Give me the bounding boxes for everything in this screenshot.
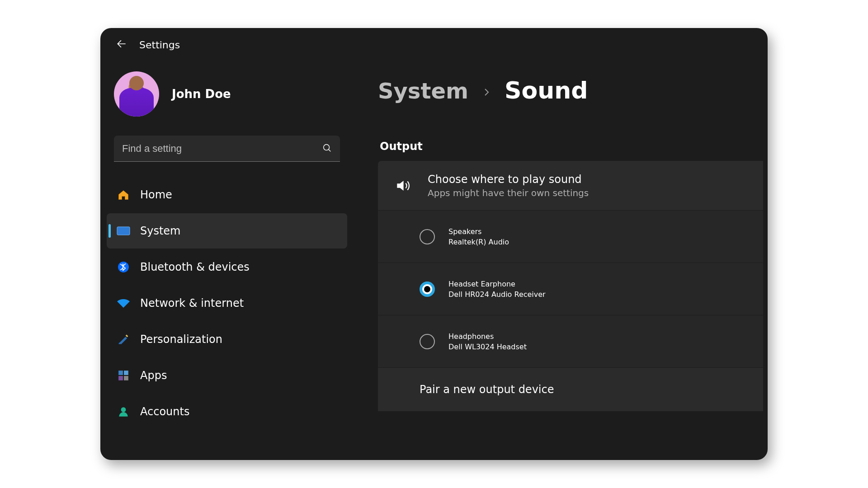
sidebar-item-label: Network & internet bbox=[140, 297, 244, 310]
device-detail: Dell HR024 Audio Receiver bbox=[448, 290, 546, 299]
device-name: Speakers bbox=[448, 227, 509, 236]
choose-output-title: Choose where to play sound bbox=[428, 173, 589, 186]
svg-point-9 bbox=[121, 407, 126, 412]
choose-output-card[interactable]: Choose where to play sound Apps might ha… bbox=[378, 161, 763, 211]
apps-icon bbox=[117, 369, 130, 382]
radio-button[interactable] bbox=[420, 334, 435, 349]
sidebar-item-personalize[interactable]: Personalization bbox=[107, 322, 347, 357]
output-heading: Output bbox=[380, 140, 763, 153]
choose-output-subtitle: Apps might have their own settings bbox=[428, 188, 589, 198]
sidebar-item-apps[interactable]: Apps bbox=[107, 358, 347, 393]
sidebar-nav: HomeSystemBluetooth & devicesNetwork & i… bbox=[100, 177, 354, 429]
chevron-right-icon bbox=[481, 83, 492, 101]
device-detail: Realtek(R) Audio bbox=[448, 238, 509, 246]
radio-button[interactable] bbox=[420, 282, 435, 297]
system-icon bbox=[117, 224, 130, 238]
svg-point-0 bbox=[324, 144, 330, 150]
bluetooth-icon bbox=[117, 260, 130, 274]
arrow-left-icon bbox=[116, 38, 127, 50]
accounts-icon bbox=[117, 405, 130, 418]
sidebar-item-accounts[interactable]: Accounts bbox=[107, 394, 347, 429]
svg-point-4 bbox=[118, 262, 129, 272]
personalize-icon bbox=[117, 333, 130, 346]
sidebar-item-home[interactable]: Home bbox=[107, 177, 347, 212]
search-wrap bbox=[114, 136, 340, 162]
svg-rect-6 bbox=[124, 371, 128, 375]
search-input[interactable] bbox=[122, 143, 322, 155]
sidebar-item-label: Home bbox=[140, 188, 172, 201]
profile-block[interactable]: John Doe bbox=[100, 69, 354, 117]
sidebar-item-bluetooth[interactable]: Bluetooth & devices bbox=[107, 249, 347, 285]
svg-rect-7 bbox=[118, 376, 123, 380]
titlebar: Settings bbox=[100, 28, 768, 56]
sidebar-item-system[interactable]: System bbox=[107, 213, 347, 249]
device-detail: Dell WL3024 Headset bbox=[448, 343, 527, 351]
settings-window: Settings John Doe HomeSystemBluetooth & … bbox=[100, 28, 768, 460]
sidebar-item-label: Personalization bbox=[140, 333, 222, 346]
sidebar-item-label: Apps bbox=[140, 369, 167, 382]
window-title: Settings bbox=[139, 39, 180, 51]
body: John Doe HomeSystemBluetooth & devicesNe… bbox=[100, 56, 768, 460]
output-device-row[interactable]: SpeakersRealtek(R) Audio bbox=[378, 211, 763, 263]
output-device-row[interactable]: HeadphonesDell WL3024 Headset bbox=[378, 315, 763, 368]
breadcrumb-current: Sound bbox=[505, 77, 588, 104]
breadcrumb-parent[interactable]: System bbox=[378, 78, 468, 103]
output-device-row[interactable]: Headset EarphoneDell HR024 Audio Receive… bbox=[378, 263, 763, 315]
search-field[interactable] bbox=[114, 136, 340, 162]
sidebar-item-network[interactable]: Network & internet bbox=[107, 286, 347, 321]
sidebar-item-label: Bluetooth & devices bbox=[140, 261, 250, 273]
content: System Sound Output bbox=[354, 56, 768, 460]
device-name: Headset Earphone bbox=[448, 280, 546, 288]
svg-line-1 bbox=[329, 149, 330, 151]
pair-output-device[interactable]: Pair a new output device bbox=[378, 368, 763, 411]
sidebar-item-label: System bbox=[140, 225, 181, 237]
svg-rect-2 bbox=[117, 227, 130, 235]
network-icon bbox=[117, 296, 130, 310]
pair-output-label: Pair a new output device bbox=[420, 383, 554, 396]
svg-marker-10 bbox=[397, 180, 403, 190]
radio-button[interactable] bbox=[420, 229, 435, 244]
avatar bbox=[114, 71, 159, 117]
home-icon bbox=[117, 188, 130, 202]
search-icon bbox=[322, 143, 332, 155]
breadcrumb: System Sound bbox=[378, 77, 763, 104]
user-name: John Doe bbox=[172, 87, 231, 101]
sidebar: John Doe HomeSystemBluetooth & devicesNe… bbox=[100, 56, 354, 460]
svg-rect-8 bbox=[124, 376, 128, 380]
device-name: Headphones bbox=[448, 332, 527, 341]
back-button[interactable] bbox=[116, 38, 127, 52]
sidebar-item-label: Accounts bbox=[140, 405, 189, 418]
svg-rect-5 bbox=[118, 371, 123, 375]
output-card-list: Choose where to play sound Apps might ha… bbox=[378, 161, 763, 411]
volume-icon bbox=[391, 177, 415, 194]
